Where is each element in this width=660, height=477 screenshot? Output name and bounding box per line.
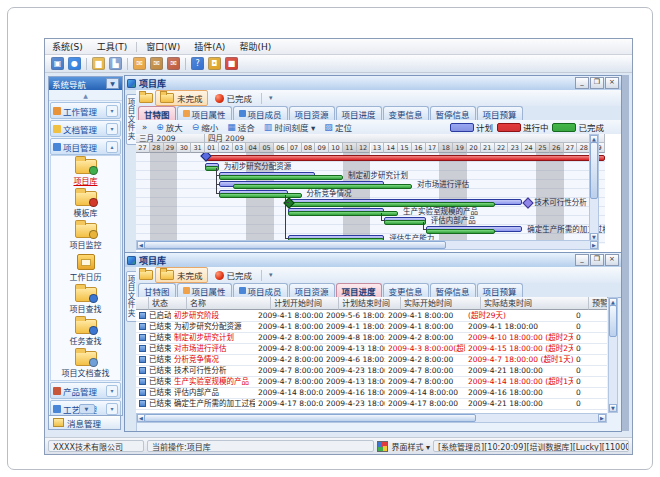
help-icon[interactable]: ?	[191, 57, 204, 70]
close-button[interactable]: ×	[605, 254, 619, 266]
section-chevron-icon[interactable]: ▾	[106, 123, 118, 135]
tab-变更信息[interactable]: 变更信息	[383, 106, 429, 120]
table-vertical-scrollbar[interactable]: ▲ ▼	[608, 297, 618, 413]
progress-window-titlebar[interactable]: 项目库 _ ❐ ×	[125, 253, 621, 268]
sidebar-section-文档管理[interactable]: 文档管理▾	[50, 120, 121, 137]
column-header-名称[interactable]: 名称	[187, 297, 271, 310]
cell-计划结束时间: 2009-4-8 18:00:00	[323, 332, 385, 343]
gantt-task-label: 为初步研究分配资源	[224, 163, 292, 171]
tab-项目预算[interactable]: 项目预算	[477, 106, 523, 120]
menu-item-1[interactable]: 系统(S)	[45, 39, 90, 54]
section-chevron-icon[interactable]: ▾	[106, 385, 118, 397]
column-header-状态[interactable]: 状态	[149, 297, 187, 310]
folder-badge-icon	[89, 166, 98, 175]
sidebar-collapse-button[interactable]: ▼	[106, 78, 119, 89]
restore-button[interactable]: ❐	[590, 77, 604, 89]
row-type-icon	[139, 345, 146, 352]
sidebar-item-工作日历[interactable]: 工作日历	[51, 252, 120, 284]
column-header-实际结束时间[interactable]: 实际结束时间	[481, 297, 589, 310]
gantt-vertical-scrollbar[interactable]: ▲▼	[589, 134, 599, 242]
menu-item-2[interactable]: 工具(T)	[90, 39, 135, 54]
column-header-实际开始时间[interactable]: 实际开始时间	[401, 297, 481, 310]
tab-变更信息[interactable]: 变更信息	[383, 283, 429, 297]
finished-filter-button[interactable]: 已完成	[210, 267, 258, 283]
sidebar-item-项目文档查找[interactable]: 项目文档查找	[51, 348, 120, 380]
save-folder-icon[interactable]: ▙	[109, 57, 122, 70]
sidebar-item-模板库[interactable]: 模板库	[51, 188, 120, 220]
table-row[interactable]: 已结束确定生产所需的加工过程2009-4-17 8:00:002009-4-23…	[136, 398, 607, 410]
tab-暂停信息[interactable]: 暂停信息	[430, 283, 476, 297]
tool-缩小[interactable]: ⊖缩小	[189, 121, 222, 133]
table-horizontal-scrollbar[interactable]: ◀ ▶	[136, 413, 607, 423]
section-chevron-icon[interactable]: ▴	[106, 141, 118, 153]
tab-暂停信息[interactable]: 暂停信息	[430, 106, 476, 120]
tab-项目资源[interactable]: 项目资源	[289, 106, 335, 120]
tab-甘特图[interactable]: 甘特图	[138, 283, 176, 297]
tab-项目预算[interactable]: 项目预算	[477, 283, 523, 297]
workstation-icon[interactable]: ▣	[51, 57, 64, 70]
more-tools-button[interactable]: »	[139, 122, 150, 132]
day-header: 30	[177, 143, 191, 153]
sidebar-item-项目库[interactable]: 项目库	[51, 156, 120, 188]
lock-icon[interactable]: ◘	[208, 57, 221, 70]
tab-甘特图[interactable]: 甘特图	[138, 106, 176, 120]
filter-dropdown-button[interactable]: ▾	[266, 271, 276, 279]
gantt-bar-inprogress[interactable]	[205, 155, 605, 161]
sidebar-section-项目管理[interactable]: 项目管理▴	[50, 138, 121, 155]
section-chevron-icon[interactable]: ▾	[106, 403, 118, 415]
tab-icon	[183, 287, 190, 294]
toolbar-separator	[86, 58, 87, 70]
sidebar-item-项目查找[interactable]: 项目查找	[51, 284, 120, 316]
restore-button[interactable]: ❐	[590, 254, 604, 266]
section-icon	[53, 405, 61, 413]
section-chevron-icon[interactable]: ▾	[106, 105, 118, 117]
sidebar-section-工作管理[interactable]: 工作管理▾	[50, 102, 121, 119]
cell-实际结束时间: 2009-4-21 18:00:00	[465, 398, 573, 409]
sidebar-item-任务查找[interactable]: 任务查找	[51, 316, 120, 348]
close-button[interactable]: ×	[605, 77, 619, 89]
globe-icon[interactable]: ●	[68, 57, 81, 70]
sidebar-section-产品管理[interactable]: 产品管理▾	[50, 382, 121, 399]
column-header-计划结束时间[interactable]: 计划结束时间	[339, 297, 401, 310]
tab-项目进度[interactable]: 项目进度	[336, 106, 382, 120]
unfinished-filter-button[interactable]: 未完成	[155, 90, 208, 106]
alert-message-icon[interactable]: ✉	[167, 57, 180, 70]
minimize-button[interactable]: _	[575, 77, 589, 89]
gantt-bar-actual[interactable]	[384, 220, 425, 225]
gantt-bar-actual[interactable]	[219, 175, 343, 180]
sidebar-scroll-down[interactable]: ▼	[79, 404, 95, 414]
cell-名称: 评估内部产品	[171, 387, 255, 398]
minimize-button[interactable]: _	[575, 254, 589, 266]
tab-icon	[239, 287, 246, 294]
tab-项目进度[interactable]: 项目进度	[336, 283, 382, 297]
menu-item-5[interactable]: 帮助(H)	[232, 39, 278, 54]
column-header-计划开始时间[interactable]: 计划开始时间	[271, 297, 339, 310]
column-header-预警[interactable]: 预警	[589, 297, 607, 310]
tab-项目属性[interactable]: 项目属性	[177, 283, 232, 297]
interface-style-button[interactable]: 界面样式 ▾	[391, 441, 430, 452]
tool-定位[interactable]: ▨定位	[321, 121, 355, 133]
tab-message-management[interactable]: 消息管理	[48, 416, 121, 430]
tab-项目成员[interactable]: 项目成员	[233, 283, 288, 297]
filter-dropdown-button[interactable]: ▾	[266, 94, 276, 102]
tab-项目成员[interactable]: 项目成员	[233, 106, 288, 120]
open-folder-icon[interactable]: ▆	[92, 57, 105, 70]
new-message-icon[interactable]: ✉	[133, 57, 146, 70]
inbox-message-icon[interactable]: ✉	[150, 57, 163, 70]
menu-item-3[interactable]: 窗口(W)	[139, 39, 187, 54]
tool-适合[interactable]: ▦适合	[224, 121, 258, 133]
tab-项目资源[interactable]: 项目资源	[289, 283, 335, 297]
gantt-window-titlebar[interactable]: 项目库 _ ❐ ×	[125, 76, 621, 91]
tab-label: 项目资源	[295, 285, 329, 297]
exit-icon[interactable]: ■	[225, 57, 238, 70]
finished-filter-button[interactable]: 已完成	[210, 90, 258, 106]
gantt-horizontal-scrollbar[interactable]: ◀▶	[136, 240, 599, 250]
tool-放大[interactable]: ⊕放大	[153, 121, 186, 133]
sidebar-scroll-up[interactable]: ▲	[49, 90, 122, 101]
tab-项目属性[interactable]: 项目属性	[177, 106, 232, 120]
tool-时间刻度[interactable]: ▥时间刻度 ▾	[261, 121, 319, 133]
gantt-bar-actual[interactable]	[426, 229, 495, 234]
menu-item-4[interactable]: 插件(A)	[187, 39, 232, 54]
unfinished-filter-button[interactable]: 未完成	[155, 267, 208, 283]
sidebar-item-项目监控[interactable]: 项目监控	[51, 220, 120, 252]
